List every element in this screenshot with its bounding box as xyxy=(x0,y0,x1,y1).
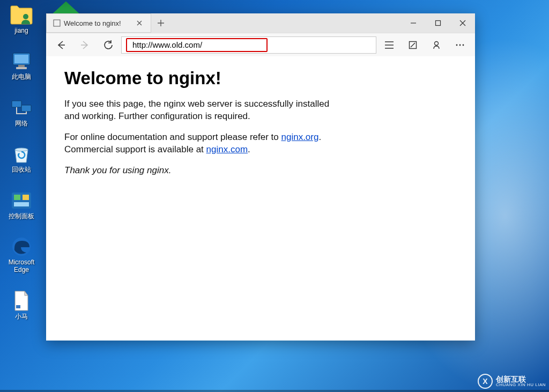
svg-rect-2 xyxy=(14,55,28,63)
icon-label: 网络 xyxy=(15,120,28,127)
pc-glyph xyxy=(9,50,34,72)
new-tab-button[interactable] xyxy=(151,13,170,33)
link-nginx-com[interactable]: nginx.com xyxy=(206,144,248,154)
svg-rect-6 xyxy=(21,105,31,112)
page-paragraph-1: If you see this page, the nginx web serv… xyxy=(64,98,343,123)
icon-label: Microsoft Edge xyxy=(4,258,39,274)
svg-rect-4 xyxy=(16,67,27,69)
xiaoma-icon[interactable]: 小马 xyxy=(4,290,39,320)
svg-point-7 xyxy=(15,148,28,151)
page-content: Welcome to nginx! If you see this page, … xyxy=(46,56,475,341)
link-nginx-org[interactable]: nginx.org xyxy=(281,132,318,142)
share-button[interactable] xyxy=(426,35,447,55)
titlebar[interactable]: Welcome to nginx! xyxy=(46,13,475,33)
recycle-bin-icon[interactable]: 回收站 xyxy=(4,143,39,173)
forward-button[interactable] xyxy=(74,35,95,55)
page-heading: Welcome to nginx! xyxy=(64,68,457,88)
svg-point-18 xyxy=(459,44,461,46)
address-input[interactable] xyxy=(132,40,261,49)
svg-rect-9 xyxy=(14,195,20,200)
page-paragraph-2: For online documentation and support ple… xyxy=(64,131,343,156)
desktop-icons: jiang 此电脑 网络 xyxy=(4,4,39,320)
edge-glyph xyxy=(9,236,34,257)
desktop: jiang 此电脑 网络 xyxy=(0,0,549,392)
edge-icon[interactable]: Microsoft Edge xyxy=(4,236,39,274)
network-icon[interactable]: 网络 xyxy=(4,97,39,127)
titlebar-drag-area[interactable] xyxy=(170,13,401,33)
svg-point-0 xyxy=(23,14,28,19)
edge-browser-window: Welcome to nginx! xyxy=(46,13,475,341)
icon-label: 此电脑 xyxy=(12,73,31,80)
window-close-button[interactable] xyxy=(450,13,475,33)
user-folder-icon[interactable]: jiang xyxy=(4,4,39,34)
page-thanks: Thank you for using nginx. xyxy=(64,165,343,177)
folder-user-glyph xyxy=(9,4,34,26)
window-maximize-button[interactable] xyxy=(426,13,450,33)
svg-rect-11 xyxy=(14,202,29,206)
control-panel-glyph xyxy=(9,190,34,211)
address-highlight-annotation xyxy=(126,38,268,52)
svg-point-17 xyxy=(456,44,458,46)
this-pc-icon[interactable]: 此电脑 xyxy=(4,50,39,80)
refresh-button[interactable] xyxy=(98,35,119,55)
icon-label: 回收站 xyxy=(12,166,31,173)
tab-close-button[interactable] xyxy=(133,17,145,29)
note-button[interactable] xyxy=(402,35,424,55)
control-panel-icon[interactable]: 控制面板 xyxy=(4,190,39,220)
browser-toolbar xyxy=(46,33,475,56)
recycle-glyph xyxy=(9,143,34,165)
address-bar[interactable] xyxy=(121,36,376,54)
back-button[interactable] xyxy=(50,35,72,55)
file-glyph xyxy=(9,290,34,312)
watermark: X 创新互联 CHUANG XIN HU LIAN xyxy=(478,374,546,389)
icon-label: 小马 xyxy=(15,313,28,320)
svg-rect-5 xyxy=(12,101,21,107)
svg-rect-3 xyxy=(18,65,25,67)
svg-rect-13 xyxy=(54,20,60,26)
watermark-text: 创新互联 CHUANG XIN HU LIAN xyxy=(496,375,546,387)
watermark-logo-icon: X xyxy=(478,374,493,389)
network-glyph xyxy=(9,97,34,119)
reading-list-button[interactable] xyxy=(379,35,400,55)
svg-point-16 xyxy=(435,41,439,45)
page-icon xyxy=(53,19,61,27)
tab-title: Welcome to nginx! xyxy=(64,19,130,27)
svg-rect-12 xyxy=(16,305,20,308)
browser-tab[interactable]: Welcome to nginx! xyxy=(46,13,151,33)
svg-point-19 xyxy=(463,44,464,46)
svg-rect-10 xyxy=(23,195,29,200)
window-minimize-button[interactable] xyxy=(401,13,426,33)
svg-rect-14 xyxy=(436,21,441,26)
icon-label: jiang xyxy=(14,27,28,34)
background-window-peek xyxy=(47,0,85,13)
taskbar[interactable] xyxy=(0,390,549,392)
more-button[interactable] xyxy=(449,35,471,55)
icon-label: 控制面板 xyxy=(9,212,34,220)
